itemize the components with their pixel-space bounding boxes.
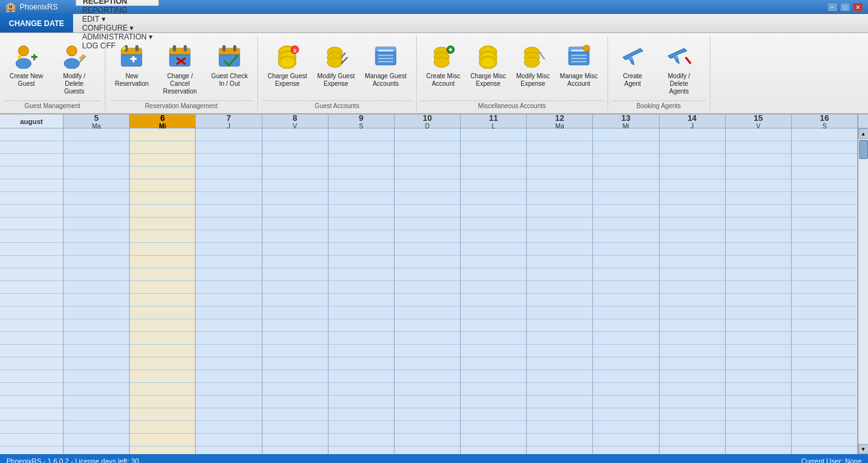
cal-cell-10-0[interactable] bbox=[395, 128, 460, 141]
cal-cell-15-14[interactable] bbox=[726, 307, 791, 319]
cal-cell-11-1[interactable] bbox=[461, 141, 526, 154]
close-button[interactable]: ✕ bbox=[853, 3, 863, 11]
cal-cell-16-4[interactable] bbox=[792, 179, 857, 192]
cal-cell-13-6[interactable] bbox=[593, 205, 658, 218]
cal-cell-12-23[interactable] bbox=[527, 421, 592, 434]
cal-cell-11-10[interactable] bbox=[461, 256, 526, 268]
cal-cell-5-14[interactable] bbox=[64, 307, 129, 319]
cal-cell-5-0[interactable] bbox=[64, 128, 129, 141]
cal-cell-13-12[interactable] bbox=[593, 281, 658, 294]
cal-cell-16-22[interactable] bbox=[792, 408, 857, 421]
cal-cell-11-21[interactable] bbox=[461, 396, 526, 408]
cal-cell-7-3[interactable] bbox=[196, 167, 261, 179]
cal-cell-6-15[interactable] bbox=[130, 319, 195, 332]
cal-cell-14-23[interactable] bbox=[660, 421, 725, 434]
cal-cell-5-3[interactable] bbox=[64, 167, 129, 179]
cal-cell-15-5[interactable] bbox=[726, 192, 791, 205]
menu-item-reception[interactable]: RECEPTION bbox=[76, 0, 159, 6]
cal-cell-5-1[interactable] bbox=[64, 141, 129, 154]
cal-cell-7-18[interactable] bbox=[196, 357, 261, 370]
cal-cell-5-20[interactable] bbox=[64, 383, 129, 396]
cal-cell-10-12[interactable] bbox=[395, 281, 460, 294]
scroll-up-button[interactable]: ▲ bbox=[858, 128, 869, 139]
modify-misc-expense-button[interactable]: Modify MiscExpense bbox=[512, 38, 554, 90]
cal-cell-9-22[interactable] bbox=[329, 408, 394, 421]
cal-cell-16-11[interactable] bbox=[792, 268, 857, 281]
cal-cell-13-16[interactable] bbox=[593, 332, 658, 345]
cal-cell-15-24[interactable] bbox=[726, 434, 791, 446]
cal-cell-7-23[interactable] bbox=[196, 421, 261, 434]
cal-cell-13-5[interactable] bbox=[593, 192, 658, 205]
cal-cell-16-9[interactable] bbox=[792, 243, 857, 256]
cal-cell-15-3[interactable] bbox=[726, 167, 791, 179]
cal-cell-8-3[interactable] bbox=[262, 167, 328, 179]
cal-cell-14-12[interactable] bbox=[660, 281, 725, 294]
cal-cell-8-7[interactable] bbox=[262, 218, 328, 230]
cal-cell-14-24[interactable] bbox=[660, 434, 725, 446]
calendar-scrollbar[interactable]: ▲ ▼ bbox=[858, 128, 868, 454]
cal-cell-16-14[interactable] bbox=[792, 307, 857, 319]
cal-cell-8-23[interactable] bbox=[262, 421, 328, 434]
cal-cell-11-24[interactable] bbox=[461, 434, 526, 446]
cal-cell-14-17[interactable] bbox=[660, 345, 725, 357]
cal-cell-5-11[interactable] bbox=[64, 268, 129, 281]
cal-cell-14-18[interactable] bbox=[660, 357, 725, 370]
cal-cell-11-23[interactable] bbox=[461, 421, 526, 434]
cal-cell-10-11[interactable] bbox=[395, 268, 460, 281]
cal-cell-9-11[interactable] bbox=[329, 268, 394, 281]
cal-cell-10-18[interactable] bbox=[395, 357, 460, 370]
cal-cell-10-14[interactable] bbox=[395, 307, 460, 319]
cal-cell-10-3[interactable] bbox=[395, 167, 460, 179]
cal-cell-9-4[interactable] bbox=[329, 179, 394, 192]
cal-cell-16-24[interactable] bbox=[792, 434, 857, 446]
menu-item-configure[interactable]: CONFIGURE ▾ bbox=[76, 24, 159, 32]
cal-cell-11-22[interactable] bbox=[461, 408, 526, 421]
cal-cell-9-6[interactable] bbox=[329, 205, 394, 218]
cal-cell-8-6[interactable] bbox=[262, 205, 328, 218]
cal-cell-13-3[interactable] bbox=[593, 167, 658, 179]
cal-cell-15-2[interactable] bbox=[726, 154, 791, 167]
cal-cell-12-15[interactable] bbox=[527, 319, 592, 332]
cal-cell-6-0[interactable] bbox=[130, 128, 195, 141]
cal-cell-6-25[interactable] bbox=[130, 446, 195, 454]
cal-cell-5-25[interactable] bbox=[64, 446, 129, 454]
cal-cell-14-8[interactable] bbox=[660, 230, 725, 243]
cal-cell-14-1[interactable] bbox=[660, 141, 725, 154]
cal-cell-8-25[interactable] bbox=[262, 446, 328, 454]
cal-cell-10-24[interactable] bbox=[395, 434, 460, 446]
charge-guest-expense-button[interactable]: $ Charge GuestExpense bbox=[263, 38, 311, 90]
cal-cell-10-22[interactable] bbox=[395, 408, 460, 421]
cal-cell-10-2[interactable] bbox=[395, 154, 460, 167]
cal-cell-12-5[interactable] bbox=[527, 192, 592, 205]
cal-cell-14-4[interactable] bbox=[660, 179, 725, 192]
cal-cell-6-13[interactable] bbox=[130, 294, 195, 307]
cal-cell-13-7[interactable] bbox=[593, 218, 658, 230]
cal-cell-11-13[interactable] bbox=[461, 294, 526, 307]
cal-cell-6-23[interactable] bbox=[130, 421, 195, 434]
cal-cell-7-7[interactable] bbox=[196, 218, 261, 230]
cal-cell-13-19[interactable] bbox=[593, 370, 658, 383]
cal-cell-9-12[interactable] bbox=[329, 281, 394, 294]
cal-cell-12-1[interactable] bbox=[527, 141, 592, 154]
modify-delete-agents-button[interactable]: Modify / DeleteAgents bbox=[654, 38, 705, 98]
menu-item-reporting[interactable]: REPORTING bbox=[76, 6, 159, 15]
cal-cell-10-23[interactable] bbox=[395, 421, 460, 434]
cal-cell-16-18[interactable] bbox=[792, 357, 857, 370]
cal-cell-5-16[interactable] bbox=[64, 332, 129, 345]
cal-cell-14-21[interactable] bbox=[660, 396, 725, 408]
cal-cell-6-3[interactable] bbox=[130, 167, 195, 179]
cal-cell-12-24[interactable] bbox=[527, 434, 592, 446]
cal-cell-12-16[interactable] bbox=[527, 332, 592, 345]
cal-cell-11-9[interactable] bbox=[461, 243, 526, 256]
cal-cell-9-5[interactable] bbox=[329, 192, 394, 205]
cal-cell-5-10[interactable] bbox=[64, 256, 129, 268]
cal-cell-7-0[interactable] bbox=[196, 128, 261, 141]
cal-cell-12-17[interactable] bbox=[527, 345, 592, 357]
cal-cell-11-4[interactable] bbox=[461, 179, 526, 192]
cal-cell-6-14[interactable] bbox=[130, 307, 195, 319]
cal-cell-5-7[interactable] bbox=[64, 218, 129, 230]
create-misc-account-button[interactable]: Create MiscAccount bbox=[422, 38, 465, 90]
cal-cell-15-1[interactable] bbox=[726, 141, 791, 154]
cal-cell-5-13[interactable] bbox=[64, 294, 129, 307]
cal-cell-9-25[interactable] bbox=[329, 446, 394, 454]
